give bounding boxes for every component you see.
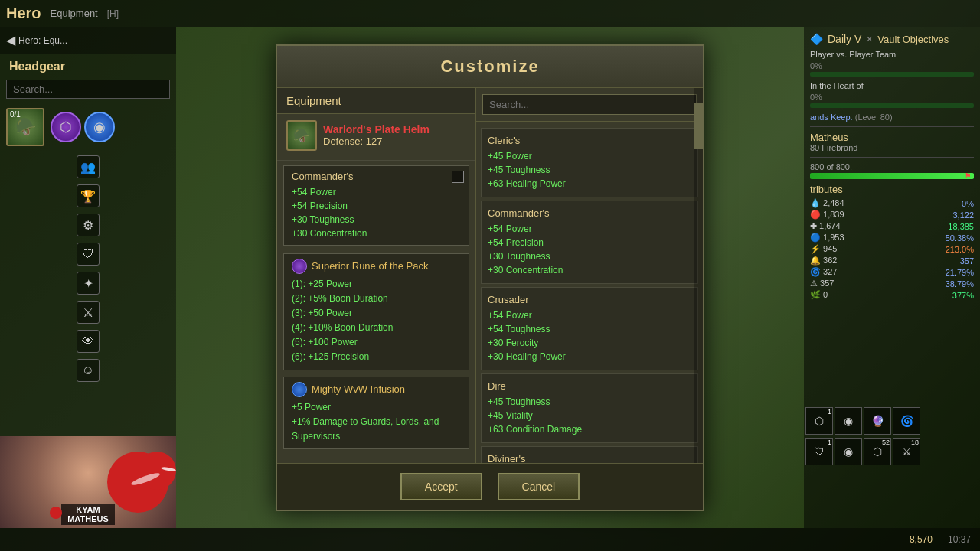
rune-box[interactable]: Superior Rune of the Pack (1): +25 Power… xyxy=(283,253,469,370)
upgrade-checkbox[interactable] xyxy=(452,171,464,183)
inv-slot-8[interactable]: ⚔18 xyxy=(893,438,920,465)
item-count: 0/1 xyxy=(10,110,21,119)
stat-label: 💧 2,484 xyxy=(810,198,844,208)
item-header: 🪖 Warlord's Plate Helm Defense: 127 xyxy=(286,120,466,151)
webcam-name: KYAM MATHEUS xyxy=(61,504,115,528)
objective-1-pct: 0% xyxy=(810,61,822,70)
tributes-title: tributes xyxy=(810,184,974,195)
nav-icon-star[interactable]: ✦ xyxy=(77,272,100,295)
commanders-upgrade-box[interactable]: Commander's +54 Power+54 Precision+30 To… xyxy=(283,165,469,246)
close-objectives[interactable]: ✕ xyxy=(866,34,873,44)
rune-icons: ⬡ ◉ xyxy=(51,112,115,142)
objective-2-pct: 0% xyxy=(810,93,822,102)
nav-icon-sword[interactable]: ⚔ xyxy=(77,301,100,324)
stat-option-stat: +45 Toughness xyxy=(488,163,691,177)
infusion-header: Mighty WvW Infusion xyxy=(292,382,461,397)
stat-option-stat: +30 Ferocity xyxy=(488,336,691,350)
inv-slot-4[interactable]: 🌀 xyxy=(893,407,920,435)
right-panel: 🔷 Daily V ✕ Vault Objectives Player vs. … xyxy=(804,27,980,528)
location-label: ands Keep. (Level 80) xyxy=(810,112,974,122)
rune-stat-item: (1): +25 Power xyxy=(292,277,461,292)
rune-icon-purple[interactable]: ⬡ xyxy=(51,112,81,142)
rune-header: Superior Rune of the Pack xyxy=(292,259,461,274)
stat-value: 50.38% xyxy=(946,233,974,243)
stat-option-title: Commander's xyxy=(488,207,691,219)
stat-row: ⚡ 945213.0% xyxy=(810,244,974,254)
headgear-item-icon[interactable]: 🪖 0/1 xyxy=(6,108,44,146)
scrollbar-thumb[interactable] xyxy=(694,103,703,149)
inv-slot-1[interactable]: ⬡1 xyxy=(805,407,833,435)
commander-stat-item: +54 Power xyxy=(292,185,461,199)
sidebar-left-icons: 👥 🏆 ⚙ 🛡 ✦ ⚔ 👁 ☺ xyxy=(0,149,176,388)
stat-value: 3,122 xyxy=(952,210,974,220)
scrollbar-right[interactable] xyxy=(694,88,703,463)
nav-icon-trophy[interactable]: 🏆 xyxy=(77,184,100,207)
stat-option-box[interactable]: Crusader+54 Power+54 Toughness+30 Feroci… xyxy=(481,287,698,370)
cancel-button[interactable]: Cancel xyxy=(498,473,580,500)
modal-search-input[interactable] xyxy=(482,94,697,115)
rune-stats: (1): +25 Power(2): +5% Boon Duration(3):… xyxy=(292,277,461,365)
hp-bar-label: 800 of 800. xyxy=(810,162,974,171)
right-search xyxy=(476,88,703,122)
item-icon-sm: 🪖 xyxy=(286,120,317,151)
infusion-name: Mighty WvW Infusion xyxy=(312,383,405,395)
stat-row: ✚ 1,67418,385 xyxy=(810,221,974,231)
infusion-stats: +5 Power+1% Damage to Guards, Lords, and… xyxy=(292,400,461,445)
stat-option-stat: +54 Power xyxy=(488,222,691,236)
equipment-header: Equipment xyxy=(277,88,475,114)
objective-2-label: In the Heart of xyxy=(810,81,974,90)
stat-value: 0% xyxy=(962,199,974,208)
rune-stat-item: (6): +125 Precision xyxy=(292,350,461,364)
nav-icon-face[interactable]: ☺ xyxy=(77,359,100,382)
inv-slot-2[interactable]: ◉ xyxy=(835,407,862,435)
inv-slot-3[interactable]: 🔮 xyxy=(864,407,891,435)
rune-name: Superior Rune of the Pack xyxy=(312,260,428,272)
stat-option-title: Cleric's xyxy=(488,135,691,146)
accept-button[interactable]: Accept xyxy=(400,473,482,500)
back-arrow[interactable]: ◀ xyxy=(6,33,15,47)
stat-label: 🔵 1,953 xyxy=(810,233,844,243)
infusion-stat-item: +5 Power xyxy=(292,400,461,415)
modal-right-column: Cleric's+45 Power+45 Toughness+63 Healin… xyxy=(476,88,703,463)
streamer-name1: KYAM xyxy=(76,505,100,514)
inv-slot-5[interactable]: 🛡1 xyxy=(805,438,833,465)
upgrade-title: Commander's xyxy=(292,171,461,182)
rune-stat-item: (4): +10% Boon Duration xyxy=(292,321,461,335)
stat-option-stat: +45 Toughness xyxy=(488,395,691,409)
stat-option-stat: +54 Toughness xyxy=(488,322,691,336)
stat-row: 🌀 32721.79% xyxy=(810,267,974,277)
stat-option-title: Diviner's xyxy=(488,453,691,463)
stat-option-box[interactable]: Dire+45 Toughness+45 Vitality+63 Conditi… xyxy=(481,373,698,443)
stat-option-title: Crusader xyxy=(488,294,691,305)
hp-bar-flag: ⚑ xyxy=(965,172,971,180)
stat-row: 🔴 1,8393,122 xyxy=(810,210,974,220)
rune-stat-item: (3): +50 Power xyxy=(292,306,461,321)
rune-stat-item: (5): +100 Power xyxy=(292,335,461,350)
stat-option-box[interactable]: Diviner's+54 Power+30 Precision xyxy=(481,446,698,463)
nav-icon-eye[interactable]: 👁 xyxy=(77,330,100,353)
stat-option-box[interactable]: Commander's+54 Power+54 Precision+30 Tou… xyxy=(481,201,698,284)
player-level: 80 Firebrand xyxy=(810,143,974,152)
objective-1-bar xyxy=(810,72,974,77)
stat-label: 🔔 362 xyxy=(810,256,837,266)
inv-slot-6[interactable]: ◉ xyxy=(835,438,862,465)
level-text: (Level 80) xyxy=(855,112,893,122)
stat-option-stat: +45 Vitality xyxy=(488,409,691,422)
sidebar-search-input[interactable] xyxy=(6,80,170,99)
top-bar: Hero Equipment [H] xyxy=(0,0,980,27)
infusion-box[interactable]: Mighty WvW Infusion +5 Power+1% Damage t… xyxy=(283,377,469,450)
rune-icon-blue[interactable]: ◉ xyxy=(84,112,115,142)
inv-row-2: 🛡1 ◉ ⬡52 ⚔18 xyxy=(804,436,980,467)
sidebar-breadcrumb[interactable]: ◀ Hero: Equ... xyxy=(0,27,176,54)
item-defense: Defense: 127 xyxy=(323,135,430,147)
sidebar-item-box: 🪖 0/1 ⬡ ◉ xyxy=(0,105,176,149)
gold-amount: 8,570 xyxy=(910,534,933,545)
stat-row: 🌿 0377% xyxy=(810,290,974,300)
equipment-hotkey: [H] xyxy=(107,8,119,19)
stat-row: 🔵 1,95350.38% xyxy=(810,233,974,243)
nav-icon-helmet[interactable]: 🛡 xyxy=(77,243,100,266)
stat-option-box[interactable]: Cleric's+45 Power+45 Toughness+63 Healin… xyxy=(481,128,698,197)
nav-icon-settings[interactable]: ⚙ xyxy=(77,214,100,236)
inv-slot-7[interactable]: ⬡52 xyxy=(864,438,891,465)
nav-icon-group[interactable]: 👥 xyxy=(77,155,100,178)
